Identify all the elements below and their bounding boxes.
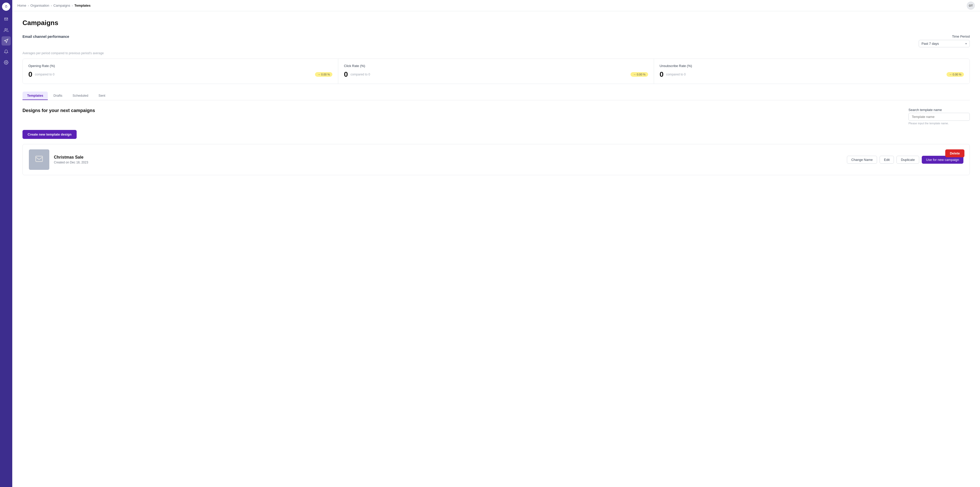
metric-click-rate-compared: compared to 0 (350, 73, 370, 76)
create-template-button[interactable]: Create new template design (22, 130, 76, 139)
tab-scheduled[interactable]: Scheduled (68, 91, 93, 100)
metric-click-rate-value: 0 (344, 70, 348, 78)
page-title: Campaigns (22, 19, 970, 27)
metric-unsubscribe-rate-title: Unsubscribe Rate (%) (660, 64, 964, 68)
performance-section: Email channel performance Time Period Pa… (22, 35, 970, 84)
tab-templates[interactable]: Templates (22, 91, 48, 100)
content-area: Campaigns Email channel performance Time… (12, 11, 980, 487)
metric-card-opening-rate: Opening Rate (%) 0 compared to 0 → 0.00 … (23, 59, 338, 84)
sidebar (0, 0, 12, 487)
time-period-select-wrapper: Past 7 days Past 30 days Past 90 days (919, 40, 970, 47)
breadcrumb-org[interactable]: Organisation (30, 3, 49, 7)
delete-button[interactable]: Delete (945, 149, 964, 157)
metric-card-click-rate: Click Rate (%) 0 compared to 0 → 0.00 % (338, 59, 654, 84)
duplicate-button[interactable]: Duplicate (896, 156, 919, 164)
metric-click-rate-title: Click Rate (%) (344, 64, 648, 68)
template-name: Christmas Sale (54, 155, 842, 160)
sidebar-icon-campaigns[interactable] (2, 36, 11, 46)
sidebar-icon-contacts[interactable] (2, 26, 11, 35)
metric-opening-rate-value-row: 0 compared to 0 → 0.00 % (29, 70, 332, 78)
metrics-grid: Opening Rate (%) 0 compared to 0 → 0.00 … (22, 59, 970, 84)
sidebar-logo[interactable] (2, 3, 10, 11)
change-name-button[interactable]: Change Name (847, 156, 877, 164)
search-template-input[interactable] (908, 113, 970, 121)
breadcrumb-sep-3: › (72, 3, 73, 7)
template-date: Created on Dec 18, 2023 (54, 161, 842, 164)
svg-rect-4 (36, 156, 43, 161)
metric-unsubscribe-rate-value: 0 (660, 70, 664, 78)
averages-note: Averages per period compared to previous… (22, 51, 970, 55)
metric-unsubscribe-rate-compared: compared to 0 (666, 73, 686, 76)
tabs-row: Templates Drafts Scheduled Sent (22, 91, 970, 100)
tab-drafts[interactable]: Drafts (49, 91, 67, 100)
metric-click-rate-badge: → 0.00 % (630, 72, 648, 77)
metric-opening-rate-title: Opening Rate (%) (29, 64, 332, 68)
template-thumbnail (29, 149, 49, 170)
time-period-block: Time Period Past 7 days Past 30 days Pas… (919, 35, 970, 47)
tab-sent[interactable]: Sent (94, 91, 110, 100)
metric-card-unsubscribe-rate: Unsubscribe Rate (%) 0 compared to 0 → 0… (654, 59, 969, 84)
topnav: Home › Organisation › Campaigns › Templa… (12, 0, 980, 11)
breadcrumb-sep-2: › (51, 3, 52, 7)
breadcrumb-home[interactable]: Home (18, 3, 26, 7)
metric-unsubscribe-rate-value-row: 0 compared to 0 → 0.00 % (660, 70, 964, 78)
designs-section: Designs for your next campaigns Search t… (22, 108, 970, 175)
performance-section-label: Email channel performance (22, 35, 69, 38)
metric-opening-rate-badge: → 0.00 % (315, 72, 332, 77)
metric-opening-rate-value: 0 (29, 70, 32, 78)
time-period-label: Time Period (952, 35, 970, 38)
designs-header-row: Designs for your next campaigns Search t… (22, 108, 970, 125)
main-container: Home › Organisation › Campaigns › Templa… (12, 0, 980, 487)
metric-unsubscribe-rate-badge: → 0.00 % (947, 72, 964, 77)
breadcrumb-sep-1: › (28, 3, 29, 7)
template-info: Christmas Sale Created on Dec 18, 2023 (54, 155, 842, 164)
performance-header-row: Email channel performance Time Period Pa… (22, 35, 970, 47)
template-card: Christmas Sale Created on Dec 18, 2023 D… (22, 144, 970, 175)
breadcrumb-current: Templates (74, 3, 91, 7)
svg-point-2 (5, 29, 6, 30)
svg-point-1 (5, 6, 7, 7)
search-template-block: Search template name Please input the te… (908, 108, 970, 125)
sidebar-icon-settings[interactable] (2, 58, 11, 67)
time-period-select[interactable]: Past 7 days Past 30 days Past 90 days (919, 40, 970, 47)
svg-point-3 (6, 62, 7, 63)
sidebar-icon-messages[interactable] (2, 15, 11, 24)
designs-title: Designs for your next campaigns (22, 108, 95, 113)
sidebar-icon-alerts[interactable] (2, 47, 11, 56)
search-template-hint: Please input the template name. (908, 122, 970, 125)
metric-click-rate-value-row: 0 compared to 0 → 0.00 % (344, 70, 648, 78)
search-template-label: Search template name (908, 108, 970, 112)
template-email-icon (35, 155, 43, 165)
edit-button[interactable]: Edit (880, 156, 894, 164)
breadcrumb: Home › Organisation › Campaigns › Templa… (18, 3, 967, 7)
metric-opening-rate-compared: compared to 0 (35, 73, 55, 76)
user-avatar[interactable]: OT (967, 2, 975, 10)
breadcrumb-campaigns[interactable]: Campaigns (53, 3, 70, 7)
